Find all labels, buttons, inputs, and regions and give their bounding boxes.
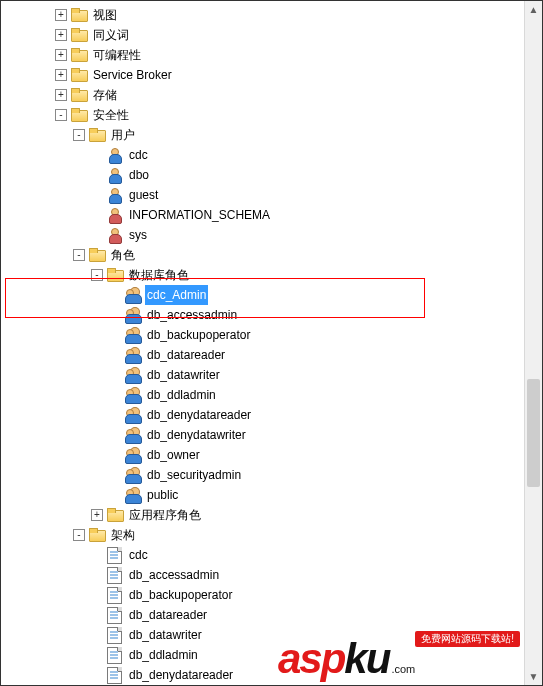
vertical-scrollbar[interactable]: ▲ ▼ (524, 1, 542, 685)
tree-item[interactable]: dbo (1, 165, 524, 185)
schema-icon (107, 547, 123, 563)
tree-item-label[interactable]: cdc (127, 145, 150, 165)
scroll-down-button[interactable]: ▼ (525, 668, 542, 685)
tree-item-label[interactable]: db_denydatawriter (145, 425, 248, 445)
expand-toggle[interactable]: + (55, 9, 67, 21)
folder-icon (89, 127, 105, 143)
tree-item-label[interactable]: dbo (127, 165, 151, 185)
tree-item[interactable]: INFORMATION_SCHEMA (1, 205, 524, 225)
tree-item[interactable]: guest (1, 185, 524, 205)
tree-item[interactable]: db_denydatawriter (1, 425, 524, 445)
tree-item-label[interactable]: Service Broker (91, 65, 174, 85)
expand-toggle[interactable]: + (55, 49, 67, 61)
tree-item-label[interactable]: sys (127, 225, 149, 245)
tree-item[interactable]: db_datareader (1, 605, 524, 625)
tree-item[interactable]: cdc (1, 545, 524, 565)
role-icon (125, 347, 141, 363)
expand-toggle[interactable]: + (91, 509, 103, 521)
tree-item[interactable]: cdc (1, 145, 524, 165)
tree-item[interactable]: db_owner (1, 445, 524, 465)
expand-toggle[interactable]: - (55, 109, 67, 121)
logo-tagline: 免费网站源码下载站! (415, 631, 520, 647)
folder-icon (71, 87, 87, 103)
tree-item[interactable]: cdc_Admin (1, 285, 524, 305)
tree-item-label[interactable]: db_datawriter (145, 365, 222, 385)
tree-item-label[interactable]: db_backupoperator (145, 325, 252, 345)
tree-item[interactable]: sys (1, 225, 524, 245)
tree-item[interactable]: +视图 (1, 5, 524, 25)
tree-item-label[interactable]: db_datareader (127, 605, 209, 625)
folder-icon (71, 47, 87, 63)
tree-item[interactable]: db_denydatareader (1, 405, 524, 425)
watermark-logo: aspku.com 免费网站源码下载站! (278, 635, 520, 683)
user-icon (107, 207, 123, 223)
user-icon (107, 227, 123, 243)
tree-item[interactable]: +Service Broker (1, 65, 524, 85)
tree-item-label[interactable]: 存储 (91, 85, 119, 105)
tree-item-label[interactable]: 同义词 (91, 25, 131, 45)
tree-item-label[interactable]: 应用程序角色 (127, 505, 203, 525)
object-explorer-tree[interactable]: +视图+同义词+可编程性+Service Broker+存储-安全性-用户cdc… (1, 1, 524, 685)
role-icon (125, 447, 141, 463)
user-icon (107, 167, 123, 183)
tree-item[interactable]: +应用程序角色 (1, 505, 524, 525)
tree-item-label[interactable]: guest (127, 185, 160, 205)
role-icon (125, 367, 141, 383)
tree-item[interactable]: db_datawriter (1, 365, 524, 385)
expand-toggle[interactable]: + (55, 29, 67, 41)
tree-item-label[interactable]: 用户 (109, 125, 137, 145)
tree-item[interactable]: db_ddladmin (1, 385, 524, 405)
tree-item[interactable]: db_backupoperator (1, 585, 524, 605)
expand-toggle[interactable]: - (73, 249, 85, 261)
folder-icon (89, 247, 105, 263)
tree-item-label[interactable]: 数据库角色 (127, 265, 191, 285)
tree-item-label[interactable]: 安全性 (91, 105, 131, 125)
tree-item-label[interactable]: db_securityadmin (145, 465, 243, 485)
tree-item-label[interactable]: db_backupoperator (127, 585, 234, 605)
tree-item-label[interactable]: cdc_Admin (145, 285, 208, 305)
tree-item[interactable]: -用户 (1, 125, 524, 145)
tree-item[interactable]: db_backupoperator (1, 325, 524, 345)
tree-item[interactable]: +同义词 (1, 25, 524, 45)
tree-item[interactable]: -角色 (1, 245, 524, 265)
tree-item-label[interactable]: 架构 (109, 525, 137, 545)
tree-item-label[interactable]: db_datareader (145, 345, 227, 365)
tree-item[interactable]: db_accessadmin (1, 305, 524, 325)
tree-item-label[interactable]: public (145, 485, 180, 505)
tree-item-label[interactable]: db_ddladmin (127, 645, 200, 665)
schema-icon (107, 567, 123, 583)
tree-item-label[interactable]: 视图 (91, 5, 119, 25)
tree-item[interactable]: -架构 (1, 525, 524, 545)
folder-icon (71, 67, 87, 83)
role-icon (125, 307, 141, 323)
tree-item[interactable]: -数据库角色 (1, 265, 524, 285)
expand-toggle[interactable]: + (55, 69, 67, 81)
tree-item[interactable]: +可编程性 (1, 45, 524, 65)
expand-toggle[interactable]: - (91, 269, 103, 281)
tree-item-label[interactable]: db_accessadmin (145, 305, 239, 325)
tree-item-label[interactable]: cdc (127, 545, 150, 565)
tree-item[interactable]: public (1, 485, 524, 505)
role-icon (125, 387, 141, 403)
tree-item[interactable]: +存储 (1, 85, 524, 105)
expand-toggle[interactable]: - (73, 129, 85, 141)
schema-icon (107, 587, 123, 603)
tree-item[interactable]: db_datareader (1, 345, 524, 365)
tree-item[interactable]: db_accessadmin (1, 565, 524, 585)
scroll-up-button[interactable]: ▲ (525, 1, 542, 18)
tree-item-label[interactable]: db_accessadmin (127, 565, 221, 585)
tree-item-label[interactable]: db_ddladmin (145, 385, 218, 405)
tree-item-label[interactable]: 角色 (109, 245, 137, 265)
tree-item-label[interactable]: INFORMATION_SCHEMA (127, 205, 272, 225)
tree-item[interactable]: -安全性 (1, 105, 524, 125)
scroll-thumb[interactable] (527, 379, 540, 487)
tree-item-label[interactable]: db_denydatareader (145, 405, 253, 425)
tree-item-label[interactable]: db_datawriter (127, 625, 204, 645)
tree-item-label[interactable]: db_owner (145, 445, 202, 465)
tree-item[interactable]: db_securityadmin (1, 465, 524, 485)
expand-toggle[interactable]: + (55, 89, 67, 101)
user-icon (107, 187, 123, 203)
tree-item-label[interactable]: db_denydatareader (127, 665, 235, 685)
tree-item-label[interactable]: 可编程性 (91, 45, 143, 65)
expand-toggle[interactable]: - (73, 529, 85, 541)
